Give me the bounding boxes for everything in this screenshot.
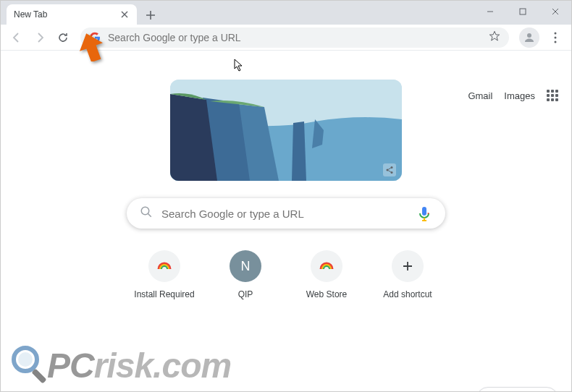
- svg-point-13: [18, 352, 33, 367]
- reload-button[interactable]: [53, 27, 73, 48]
- svg-point-8: [391, 171, 393, 174]
- svg-rect-10: [422, 207, 426, 216]
- toolbar: [1, 25, 571, 51]
- svg-point-4: [555, 41, 557, 43]
- doodle-illustration: [170, 80, 402, 181]
- gmail-link[interactable]: Gmail: [468, 90, 492, 101]
- customize-button[interactable]: Customize: [476, 387, 558, 392]
- chrome-menu-button[interactable]: [545, 27, 565, 48]
- shortcut-web-store[interactable]: Web Store: [295, 250, 358, 299]
- tab-title: New Tab: [14, 9, 47, 20]
- profile-avatar[interactable]: [519, 27, 539, 48]
- shortcut-tile-icon: [148, 250, 180, 282]
- window-controls: [474, 1, 571, 22]
- svg-point-11: [428, 213, 429, 214]
- address-input[interactable]: [108, 32, 489, 43]
- svg-point-7: [387, 169, 389, 171]
- mouse-cursor-icon: [234, 59, 244, 74]
- shortcut-install-required[interactable]: Install Required: [133, 250, 196, 299]
- maximize-button[interactable]: [506, 1, 539, 22]
- tab-new-tab[interactable]: New Tab: [7, 4, 137, 25]
- shortcut-label: QIP: [238, 289, 253, 299]
- pcrisk-watermark: PCrisk.com: [9, 344, 231, 387]
- svg-rect-0: [520, 9, 526, 14]
- new-tab-button[interactable]: [141, 6, 160, 25]
- google-doodle[interactable]: [170, 80, 402, 181]
- search-box[interactable]: [127, 198, 445, 229]
- magnifier-icon: [9, 344, 53, 387]
- svg-point-2: [555, 32, 557, 34]
- svg-point-6: [391, 166, 393, 169]
- svg-point-9: [141, 207, 149, 215]
- close-window-button[interactable]: [539, 1, 571, 22]
- shortcut-tile-icon: [311, 250, 342, 282]
- shortcut-add[interactable]: Add shortcut: [376, 250, 439, 299]
- omnibox[interactable]: [80, 27, 509, 48]
- images-link[interactable]: Images: [504, 90, 535, 101]
- svg-point-3: [555, 36, 557, 38]
- bookmark-star-icon[interactable]: [489, 30, 500, 45]
- back-button[interactable]: [7, 27, 27, 48]
- search-input[interactable]: [161, 208, 418, 220]
- shortcut-label: Install Required: [134, 289, 194, 299]
- watermark-prefix: PC: [47, 346, 94, 385]
- voice-search-icon[interactable]: [418, 206, 432, 221]
- close-tab-icon[interactable]: [119, 9, 130, 20]
- search-icon: [140, 205, 153, 221]
- tab-strip: New Tab: [1, 1, 571, 25]
- shortcut-label: Add shortcut: [383, 289, 432, 299]
- shortcut-qip[interactable]: N QIP: [214, 250, 277, 299]
- top-links: Gmail Images: [468, 90, 558, 101]
- google-g-icon: [89, 32, 101, 43]
- shortcuts-row: Install Required N QIP Web Store Add sho…: [1, 250, 571, 299]
- forward-button[interactable]: [30, 27, 50, 48]
- shortcut-label: Web Store: [306, 289, 347, 299]
- shortcut-tile-icon: N: [230, 250, 261, 282]
- minimize-button[interactable]: [474, 1, 506, 22]
- svg-rect-14: [31, 368, 46, 383]
- apps-grid-icon[interactable]: [547, 90, 558, 101]
- watermark-suffix: risk.com: [94, 346, 231, 385]
- svg-point-1: [527, 33, 531, 38]
- share-icon[interactable]: [383, 163, 396, 176]
- plus-icon: [392, 250, 424, 282]
